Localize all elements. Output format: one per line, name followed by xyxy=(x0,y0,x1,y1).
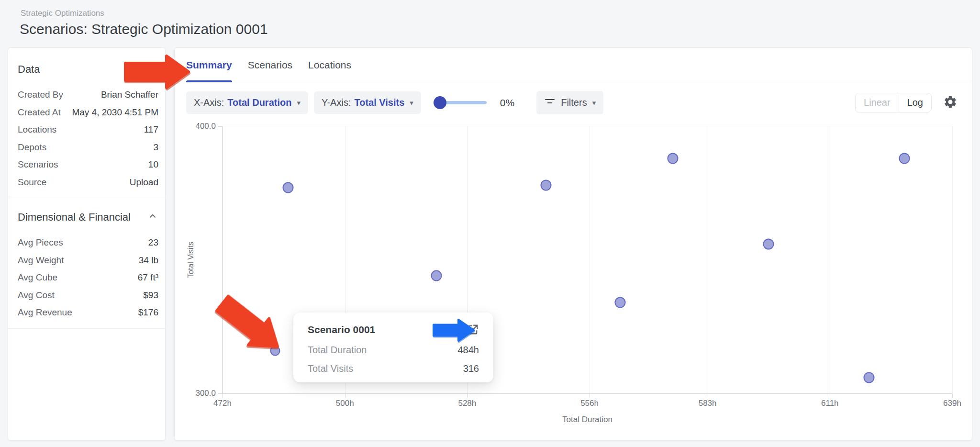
row-label: Avg Pieces xyxy=(18,237,63,248)
data-row: Avg Pieces23 xyxy=(18,234,158,252)
x-gridline xyxy=(830,126,830,393)
scatter-point[interactable] xyxy=(667,153,678,164)
section-divider xyxy=(8,198,165,198)
info-sidebar: Data Created ByBrian SchafferCreated AtM… xyxy=(8,47,166,441)
dimensional-section-rows: Avg Pieces23Avg Weight34 lbAvg Cube67 ft… xyxy=(18,234,158,322)
scatter-point[interactable] xyxy=(864,372,875,383)
data-row: Scenarios10 xyxy=(18,156,158,174)
row-value: 67 ft³ xyxy=(138,272,158,283)
scatter-point[interactable] xyxy=(899,153,910,164)
row-label: Avg Revenue xyxy=(18,307,72,318)
x-gridline xyxy=(590,126,590,393)
caret-down-icon: ▾ xyxy=(410,99,413,107)
y-axis-label: Y-Axis: xyxy=(322,97,351,108)
y-axis-select[interactable]: Y-Axis: Total Visits ▾ xyxy=(314,91,421,114)
scatter-point[interactable] xyxy=(763,238,774,249)
row-label: Locations xyxy=(18,124,56,135)
tab-locations[interactable]: Locations xyxy=(308,48,351,82)
x-tickmark xyxy=(708,394,708,398)
x-tick-label: 639h xyxy=(943,399,961,408)
x-tickmark xyxy=(830,394,830,398)
scale-option-linear[interactable]: Linear xyxy=(856,93,899,112)
settings-button[interactable] xyxy=(943,95,958,111)
breadcrumb[interactable]: Strategic Optimizations xyxy=(21,9,104,18)
x-gridline xyxy=(708,126,708,393)
row-value: Brian Schaffer xyxy=(101,89,158,100)
x-tickmark xyxy=(223,394,223,398)
scatter-point[interactable] xyxy=(431,270,442,281)
data-row: Avg Cost$93 xyxy=(18,287,158,304)
row-value: 316 xyxy=(463,362,479,375)
data-row: Created ByBrian Schaffer xyxy=(18,86,158,104)
row-value: $93 xyxy=(143,290,158,301)
data-section-title: Data xyxy=(18,63,158,76)
scale-toggle: Linear Log xyxy=(855,93,932,112)
x-gridline xyxy=(223,126,223,393)
filters-button[interactable]: Filters ▾ xyxy=(536,91,603,114)
tab-scenarios[interactable]: Scenarios xyxy=(248,48,292,82)
row-value: 3 xyxy=(153,142,158,153)
row-label: Depots xyxy=(18,142,46,153)
data-row: SourceUpload xyxy=(18,174,158,191)
row-value: $176 xyxy=(138,307,158,318)
slider-track[interactable] xyxy=(445,101,487,104)
data-row: Avg Weight34 lb xyxy=(18,252,158,269)
x-tick-label: 556h xyxy=(580,399,599,408)
scatter-point[interactable] xyxy=(282,182,293,193)
x-gridline xyxy=(952,126,953,393)
x-axis-label: X-Axis: xyxy=(194,97,224,108)
row-value: 34 lb xyxy=(139,255,158,266)
y-tickmark xyxy=(218,393,222,394)
row-label: Avg Weight xyxy=(18,255,64,266)
x-tick-label: 472h xyxy=(213,399,232,408)
y-tick-label: 300.0 xyxy=(195,389,216,398)
chart-controls: X-Axis: Total Duration ▾ Y-Axis: Total V… xyxy=(175,82,972,114)
x-tick-label: 500h xyxy=(336,399,354,408)
caret-down-icon: ▾ xyxy=(297,99,301,107)
y-tick-label: 400.0 xyxy=(195,122,216,131)
scatter-point[interactable] xyxy=(614,297,625,308)
row-label: Total Visits xyxy=(308,362,353,375)
y-axis-value: Total Visits xyxy=(354,97,404,108)
row-label: Created By xyxy=(18,89,63,100)
row-label: Created At xyxy=(18,107,61,118)
scatter-point[interactable] xyxy=(270,346,280,356)
row-value: 117 xyxy=(144,124,158,135)
tab-summary[interactable]: Summary xyxy=(186,48,232,82)
row-value: May 4, 2030 4:51 PM xyxy=(72,107,158,118)
row-value: 484h xyxy=(458,344,479,356)
main-panel: SummaryScenariosLocations X-Axis: Total … xyxy=(174,47,972,441)
data-row: Avg Revenue$176 xyxy=(18,304,158,322)
x-tickmark xyxy=(952,394,953,398)
dimensional-section-title: Dimensional & Financial xyxy=(18,211,131,224)
tooltip-title: Scenario 0001 xyxy=(308,324,375,336)
row-value: 10 xyxy=(148,159,158,170)
x-tick-label: 528h xyxy=(458,399,476,408)
point-tooltip: Scenario 0001 Total Duration484hTotal Vi… xyxy=(293,313,493,382)
x-axis-title: Total Duration xyxy=(562,415,612,425)
page-title: Scenarios: Strategic Optimization 0001 xyxy=(20,21,268,37)
tooltip-rows: Total Duration484hTotal Visits316 xyxy=(308,344,479,375)
open-in-new-icon[interactable] xyxy=(467,324,479,337)
data-row: Depots3 xyxy=(18,139,158,156)
data-section-rows: Created ByBrian SchafferCreated AtMay 4,… xyxy=(18,86,158,191)
scatter-point[interactable] xyxy=(540,179,551,190)
slider-handle[interactable] xyxy=(434,96,446,109)
filters-label: Filters xyxy=(561,97,587,108)
threshold-slider[interactable] xyxy=(434,96,487,109)
tooltip-row: Total Visits316 xyxy=(308,362,479,375)
chevron-up-icon[interactable] xyxy=(148,212,157,223)
y-tickmark xyxy=(218,126,222,127)
row-value: 23 xyxy=(148,237,158,248)
row-label: Total Duration xyxy=(308,344,367,356)
row-label: Avg Cube xyxy=(18,272,57,283)
caret-down-icon: ▾ xyxy=(592,99,596,107)
y-axis-title: Total Visits xyxy=(187,242,195,278)
tooltip-row: Total Duration484h xyxy=(308,344,479,356)
row-value: Upload xyxy=(130,177,158,188)
x-axis-value: Total Duration xyxy=(227,97,291,108)
x-tick-label: 611h xyxy=(821,399,839,408)
scale-option-log[interactable]: Log xyxy=(899,93,931,112)
filter-icon xyxy=(544,97,556,109)
x-axis-select[interactable]: X-Axis: Total Duration ▾ xyxy=(186,91,308,114)
